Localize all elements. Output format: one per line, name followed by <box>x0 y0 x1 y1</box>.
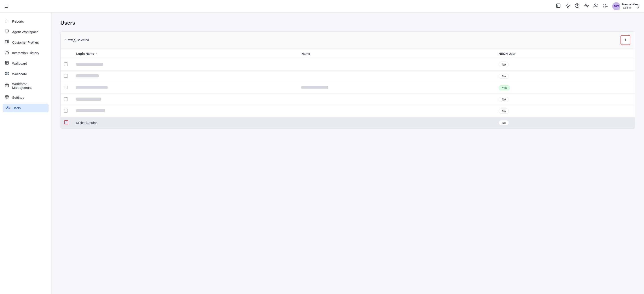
avatar: NW <box>612 2 620 10</box>
svg-rect-24 <box>8 72 8 73</box>
settings-icon <box>4 95 10 100</box>
sidebar-item-wallboard-1[interactable]: Wallboard <box>0 58 51 69</box>
checkbox-cell <box>60 82 72 94</box>
checkbox-cell <box>60 59 72 71</box>
checkbox-cell <box>60 117 72 129</box>
table-row: Michael.JordanNo <box>60 117 635 129</box>
svg-rect-0 <box>556 4 560 8</box>
row-checkbox[interactable] <box>64 120 68 124</box>
svg-rect-23 <box>5 72 6 73</box>
login-name-header[interactable]: Login Name ↑ <box>72 49 297 59</box>
login-name-cell <box>72 71 297 82</box>
svg-point-31 <box>7 106 8 107</box>
sidebar-item-reports[interactable]: Reports <box>0 16 51 27</box>
row-checkbox[interactable] <box>64 86 68 89</box>
sidebar-item-interaction-history[interactable]: Interaction History <box>0 48 51 58</box>
checkbox-cell <box>60 105 72 117</box>
sidebar-item-users[interactable]: Users <box>3 104 48 112</box>
svg-point-21 <box>8 42 8 43</box>
sidebar-item-customer-profiles-label: Customer Profiles <box>12 41 39 44</box>
name-cell <box>297 94 494 105</box>
redacted-login-name <box>76 86 108 89</box>
help-icon[interactable] <box>575 3 580 9</box>
chart-icon[interactable] <box>584 3 589 9</box>
sidebar-item-users-label: Users <box>12 106 21 110</box>
selected-count-text: 1 row(s) selected <box>65 38 89 42</box>
row-checkbox[interactable] <box>64 62 68 66</box>
checkbox-header <box>60 49 72 59</box>
user-status-select[interactable]: Offline Online Away Busy <box>622 6 640 10</box>
users-table-container: 1 row(s) selected + Login Name ↑ Name <box>60 31 635 129</box>
neon-user-cell: No <box>494 59 635 71</box>
name-cell <box>297 82 494 94</box>
user-name: Nancy Wang <box>622 3 640 6</box>
redacted-name <box>302 86 328 89</box>
login-name-cell: Michael.Jordan <box>72 117 297 129</box>
wallboard-1-icon <box>4 61 10 66</box>
table-header: Login Name ↑ Name NEON User <box>60 49 635 59</box>
interaction-history-icon <box>4 50 10 56</box>
lightning-icon[interactable] <box>565 3 570 9</box>
main-content: Users 1 row(s) selected + Login Name ↑ <box>52 13 644 294</box>
sidebar-item-customer-profiles[interactable]: Customer Profiles <box>0 37 51 48</box>
users-table: Login Name ↑ Name NEON User NoNoYesNoNoM… <box>60 49 635 129</box>
name-cell <box>297 59 494 71</box>
checkbox-cell <box>60 94 72 105</box>
hamburger-menu-icon[interactable]: ☰ <box>4 4 8 9</box>
workforce-management-icon <box>4 83 10 88</box>
sidebar-item-agent-workspace-label: Agent Workspace <box>12 30 38 34</box>
add-user-button[interactable]: + <box>620 35 630 45</box>
name-header: Name <box>297 49 494 59</box>
redacted-login-name <box>76 98 101 101</box>
neon-user-badge: Yes <box>499 85 510 90</box>
layout: Reports Agent Workspace Customer Profile… <box>0 13 644 294</box>
row-checkbox[interactable] <box>64 74 68 78</box>
neon-user-badge: No <box>499 120 509 125</box>
sidebar-item-wallboard-2-label: Wallboard <box>12 72 27 76</box>
sidebar-item-workforce-management[interactable]: Workforce Management <box>0 79 51 92</box>
sidebar-item-wallboard-2[interactable]: Wallboard <box>0 69 51 79</box>
reports-icon <box>4 19 10 24</box>
svg-point-30 <box>6 96 8 98</box>
top-header: ☰ NW Nancy Wang Offlin <box>0 0 644 13</box>
name-cell <box>297 117 494 129</box>
login-name-cell <box>72 59 297 71</box>
table-toolbar: 1 row(s) selected + <box>60 32 635 49</box>
svg-rect-25 <box>5 74 6 75</box>
sidebar-item-settings-label: Settings <box>12 96 24 99</box>
table-row: No <box>60 71 635 82</box>
row-checkbox[interactable] <box>64 109 68 113</box>
table-row: No <box>60 59 635 71</box>
sliders-icon[interactable] <box>603 3 608 9</box>
neon-user-cell: No <box>494 117 635 129</box>
neon-user-cell: Yes <box>494 82 635 94</box>
people-icon[interactable] <box>594 3 598 9</box>
agent-workspace-icon <box>4 29 10 35</box>
sidebar-item-workforce-management-label: Workforce Management <box>12 82 47 90</box>
svg-marker-3 <box>566 4 570 8</box>
sort-icon: ↑ <box>96 52 97 56</box>
sidebar-item-agent-workspace[interactable]: Agent Workspace <box>0 27 51 37</box>
row-checkbox[interactable] <box>64 97 68 101</box>
name-cell <box>297 71 494 82</box>
svg-point-6 <box>594 4 596 5</box>
neon-user-badge: No <box>499 97 509 102</box>
checkbox-cell <box>60 71 72 82</box>
neon-user-cell: No <box>494 71 635 82</box>
svg-rect-26 <box>8 74 8 75</box>
neon-user-cell: No <box>494 105 635 117</box>
sidebar-sub-menu: Users <box>0 104 51 112</box>
table-row: No <box>60 105 635 117</box>
login-name-text: Michael.Jordan <box>76 121 98 125</box>
neon-user-cell: No <box>494 94 635 105</box>
user-section: NW Nancy Wang Offline Online Away Busy <box>612 2 640 10</box>
status-dot <box>618 8 620 10</box>
neon-user-header: NEON User <box>494 49 635 59</box>
redacted-login-name <box>76 74 98 77</box>
header-right: NW Nancy Wang Offline Online Away Busy <box>556 2 640 10</box>
name-cell <box>297 105 494 117</box>
redacted-login-name <box>76 109 105 112</box>
note-icon[interactable] <box>556 3 561 9</box>
svg-rect-19 <box>5 30 9 32</box>
sidebar-item-settings[interactable]: Settings <box>0 92 51 103</box>
